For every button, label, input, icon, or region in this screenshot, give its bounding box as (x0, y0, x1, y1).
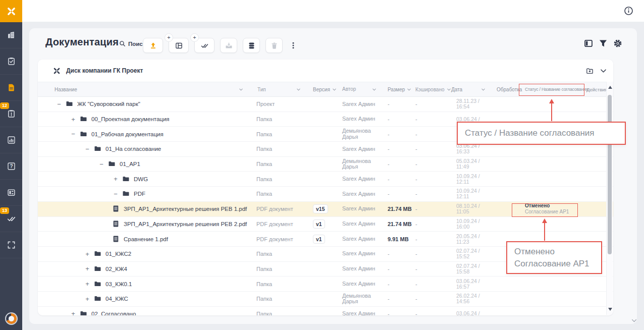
folder-icon (94, 280, 102, 288)
table-row[interactable]: −ЖК "Суворовский парк"ПроектSarex Админ-… (38, 97, 613, 112)
upload-button[interactable] (143, 38, 163, 53)
user-avatar[interactable] (5, 312, 18, 325)
name-cell: −01_АР1 (47, 160, 256, 168)
tree-expander[interactable]: + (84, 295, 91, 303)
receive-button[interactable] (220, 38, 237, 53)
create-table-button[interactable]: + (169, 38, 189, 53)
folder-icon (122, 175, 130, 183)
chevron-down-icon (600, 67, 607, 75)
info-icon[interactable] (624, 6, 633, 16)
sidebar-item-analytics[interactable] (0, 127, 22, 153)
scroll-up-arrow-icon[interactable] (608, 86, 612, 89)
create-approval-button[interactable]: + (194, 38, 214, 53)
size-cell: - (388, 281, 415, 287)
author-cell: Sarex Админ (342, 116, 388, 122)
size-cell: - (388, 161, 415, 167)
sidebar-item-help[interactable]: ? (0, 153, 22, 180)
more-button[interactable] (288, 38, 298, 53)
tree-expander[interactable]: − (70, 130, 77, 138)
cached-cell: - (415, 161, 451, 167)
folder-icon (80, 130, 88, 138)
sidebar-item-documents[interactable] (0, 75, 22, 101)
item-name: ЖК "Суворовский парк" (77, 101, 140, 107)
sidebar-item-registry[interactable] (0, 180, 22, 206)
tree-expander[interactable]: + (70, 310, 77, 315)
column-header-8[interactable]: Обработка (497, 87, 523, 92)
table-row[interactable]: ЗРП_АР1_Архитектурные решения РЕВ 1.pdfP… (38, 202, 613, 217)
documents-card: Диск компании ГК Проект НазваниеТипВерси… (38, 60, 613, 315)
approval-name: Согласование АР1 (525, 209, 585, 215)
pdf-file-icon (112, 205, 120, 213)
folder-icon (80, 115, 88, 123)
column-header-3[interactable]: Версия (313, 87, 342, 92)
scroll-down-arrow-icon[interactable] (608, 308, 612, 311)
sidebar-item-tasks[interactable] (0, 48, 22, 75)
author-cell: Sarex Админ (342, 236, 388, 242)
tree-expander[interactable]: + (84, 265, 91, 272)
author-cell: Sarex Админ (342, 266, 388, 272)
storage-button[interactable] (243, 38, 260, 53)
buildings-icon (7, 31, 16, 39)
pdf-file-icon (112, 220, 120, 228)
collapse-button[interactable] (600, 67, 607, 75)
column-header-6[interactable]: Кэшировано (415, 87, 451, 92)
sort-chevron-down-icon (239, 87, 243, 92)
size-cell: 21.74 MB (388, 221, 415, 227)
type-cell: Папка (256, 251, 313, 257)
name-cell: +DWG (47, 175, 256, 183)
size-cell: - (388, 191, 415, 197)
filter-button[interactable] (599, 39, 608, 48)
add-folder-button[interactable] (586, 67, 594, 75)
date-cell: 08.10.24 /11:05 (451, 203, 497, 214)
search-button[interactable]: Поиск (119, 40, 146, 47)
tree-expander[interactable]: − (98, 160, 105, 168)
table-row[interactable]: −01_АР1ПапкаДемьянова Дарья--05.03.24 /1… (38, 157, 613, 172)
header-actions (584, 39, 622, 48)
column-header-7[interactable]: Дата (451, 87, 497, 92)
tree-expander[interactable]: + (84, 280, 91, 288)
table-row[interactable]: +04_КЖСПапкаДемьянова Дарья--26.02.24 /1… (38, 292, 613, 307)
sidebar-item-prescriptions[interactable]: 12 (0, 101, 22, 127)
author-cell: Sarex Админ (342, 221, 388, 227)
sarex-x-icon (53, 67, 61, 75)
folder-plus-icon (586, 67, 594, 75)
tree-expander[interactable]: − (56, 100, 63, 108)
table-row[interactable]: ЗРП_АР1_Архитектурные решения РЕВ 2.pdfP… (38, 217, 613, 232)
delete-button[interactable] (265, 38, 283, 53)
column-header-2[interactable]: Тип (256, 87, 313, 92)
layout-button[interactable] (584, 39, 593, 48)
column-header-5[interactable]: Размер (388, 87, 415, 92)
column-header-10[interactable]: Действия (585, 87, 607, 92)
tree-expander[interactable]: + (112, 175, 119, 183)
tree-expander[interactable]: − (112, 190, 119, 198)
tree-expander[interactable]: − (84, 145, 91, 153)
size-cell: 21.74 MB (388, 206, 415, 212)
sidebar-item-objects[interactable] (0, 22, 22, 48)
plus-badge: + (190, 33, 199, 42)
table-row[interactable]: +03_КЖ0.1ПапкаSarex Админ--03.06.24 /16:… (38, 277, 613, 292)
column-header-4[interactable]: Автор (342, 86, 388, 92)
item-name: 04_КЖС (105, 296, 128, 302)
app-logo[interactable] (0, 0, 22, 22)
column-header-9[interactable]: Статус / Название согласования (523, 87, 585, 92)
type-cell: Папка (256, 266, 313, 272)
tree-expander[interactable]: + (70, 116, 77, 123)
scrollbar-thumb[interactable] (608, 95, 612, 254)
name-cell: −PDF (47, 190, 256, 198)
info-icon (624, 6, 633, 16)
column-header-1[interactable]: Название (47, 87, 256, 92)
table-row[interactable]: +DWGПапкаSarex Админ--10.09.24 /12:11 (38, 172, 613, 187)
card-list-icon (7, 188, 16, 197)
settings-button[interactable] (613, 39, 622, 48)
sidebar-item-fullscreen[interactable] (0, 232, 22, 258)
question-icon: ? (7, 162, 16, 171)
table-row[interactable]: +02_СогласованоПапкаSarex Админ--03.06.2… (38, 307, 613, 315)
type-cell: Папка (256, 131, 313, 137)
page-scroll-chevron-down-icon[interactable] (631, 317, 637, 324)
sidebar-item-approvals[interactable]: 13 (0, 206, 22, 232)
tree-expander[interactable]: + (84, 250, 91, 258)
table-row[interactable]: −PDFПапкаSarex Админ--10.09.24 /12:11 (38, 187, 613, 202)
cached-cell: - (415, 266, 451, 272)
folder-icon (94, 295, 102, 303)
vertical-scrollbar[interactable] (606, 82, 613, 315)
